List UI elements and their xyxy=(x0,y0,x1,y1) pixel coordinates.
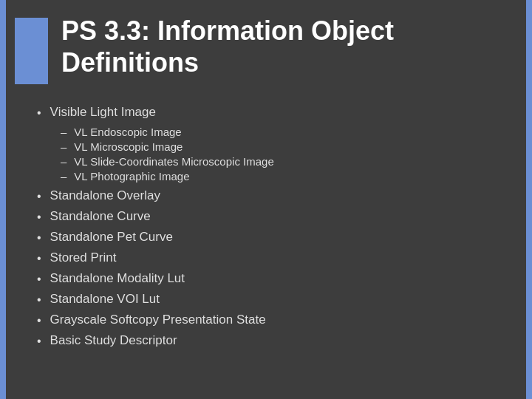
bullet-text-6: Standalone Modality Lut xyxy=(50,271,185,286)
blue-bar-left xyxy=(0,0,6,399)
bullet-dot-8: • xyxy=(37,314,41,327)
slide-title: PS 3.3: Information Object Definitions xyxy=(61,15,394,78)
bullet-dot-2: • xyxy=(37,190,41,203)
bullet-grayscale: • Grayscale Softcopy Presentation State xyxy=(37,313,517,327)
bullet-dot-4: • xyxy=(37,231,41,245)
sub-text-3: VL Slide-Coordinates Microscopic Image xyxy=(74,155,273,168)
sub-bullet-2: – VL Microscopic Image xyxy=(61,140,517,153)
sub-text-2: VL Microscopic Image xyxy=(74,140,183,153)
bullet-dot-9: • xyxy=(37,335,41,348)
bullet-text-1: Visible Light Image xyxy=(50,105,156,120)
bullet-dot-6: • xyxy=(37,273,41,286)
bullet-dot-5: • xyxy=(37,252,41,265)
slide-content: PS 3.3: Information Object Definitions •… xyxy=(15,0,517,399)
sub-dash-4: – xyxy=(61,170,66,183)
blue-bar-right xyxy=(526,0,532,399)
slide-container: PS 3.3: Information Object Definitions •… xyxy=(0,0,532,399)
bullet-basic-study: • Basic Study Descriptor xyxy=(37,333,517,348)
sub-text-4: VL Photographic Image xyxy=(74,170,189,183)
bullet-standalone-overlay: • Standalone Overlay xyxy=(37,188,517,203)
bullet-text-2: Standalone Overlay xyxy=(50,188,160,203)
bullet-text-8: Grayscale Softcopy Presentation State xyxy=(50,313,266,327)
bullet-standalone-curve: • Standalone Curve xyxy=(37,209,517,224)
body-content: • Visible Light Image – VL Endoscopic Im… xyxy=(15,105,517,348)
bullet-text-9: Basic Study Descriptor xyxy=(50,333,177,348)
sub-bullet-3: – VL Slide-Coordinates Microscopic Image xyxy=(61,155,517,168)
bullet-dot-7: • xyxy=(37,293,41,307)
bullet-text-4: Standalone Pet Curve xyxy=(50,230,173,245)
bullet-text-5: Stored Print xyxy=(50,250,117,265)
bullet-stored-print: • Stored Print xyxy=(37,250,517,265)
title-line2: Definitions xyxy=(61,47,394,78)
bullet-dot-1: • xyxy=(37,106,41,120)
bullet-text-7: Standalone VOI Lut xyxy=(50,292,160,307)
sub-bullet-4: – VL Photographic Image xyxy=(61,170,517,183)
bullet-text-3: Standalone Curve xyxy=(50,209,151,224)
sub-bullets-vl: – VL Endoscopic Image – VL Microscopic I… xyxy=(61,126,517,183)
sub-dash-1: – xyxy=(61,126,66,138)
sub-bullet-1: – VL Endoscopic Image xyxy=(61,126,517,138)
bullet-dot-3: • xyxy=(37,211,41,224)
title-accent-bar xyxy=(15,18,48,84)
bullet-standalone-pet-curve: • Standalone Pet Curve xyxy=(37,230,517,245)
sub-text-1: VL Endoscopic Image xyxy=(74,126,181,138)
title-block: PS 3.3: Information Object Definitions xyxy=(15,15,517,84)
title-line1: PS 3.3: Information Object xyxy=(61,15,394,47)
sub-dash-2: – xyxy=(61,140,66,153)
bullet-visible-light: • Visible Light Image xyxy=(37,105,517,120)
bullet-standalone-voi: • Standalone VOI Lut xyxy=(37,292,517,307)
sub-dash-3: – xyxy=(61,155,66,168)
bullet-standalone-modality: • Standalone Modality Lut xyxy=(37,271,517,286)
